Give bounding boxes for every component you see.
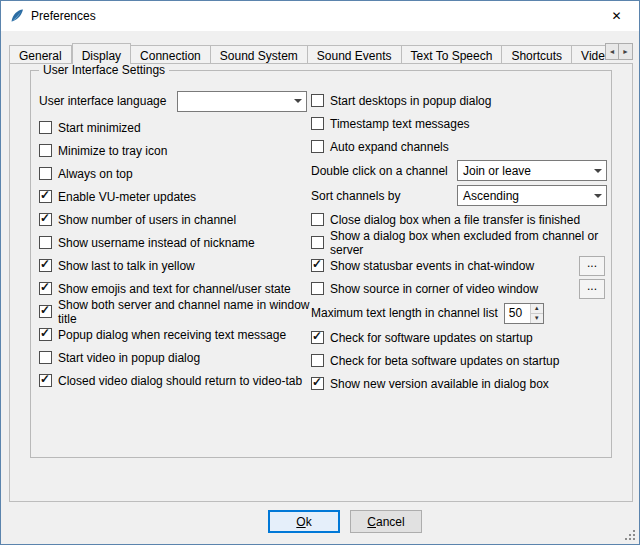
checkbox-username-instead-nickname[interactable]: ✓ Show username instead of nickname <box>39 231 311 254</box>
checkbox-label: Timestamp text messages <box>330 117 470 131</box>
checkbox-label: Show number of users in channel <box>58 213 236 227</box>
checkbox-box[interactable]: ✓ <box>311 236 324 249</box>
tab-video[interactable]: Video <box>572 45 609 64</box>
chevron-down-icon <box>589 165 606 177</box>
checkbox-box[interactable]: ✓ <box>311 259 324 272</box>
checkbox-box[interactable]: ✓ <box>39 328 52 341</box>
app-icon <box>9 8 25 24</box>
checkbox-timestamp-messages[interactable]: ✓ Timestamp text messages <box>311 112 607 135</box>
checkbox-box[interactable]: ✓ <box>311 377 324 390</box>
group-title: User Interface Settings <box>39 63 169 77</box>
check-icon: ✓ <box>40 212 50 225</box>
checkbox-desktops-popup[interactable]: ✓ Start desktops in popup dialog <box>311 89 607 112</box>
checkbox-box[interactable]: ✓ <box>39 144 52 157</box>
double-click-combobox[interactable]: Join or leave <box>457 160 607 181</box>
checkbox-box[interactable]: ✓ <box>39 374 52 387</box>
tab-display[interactable]: Display <box>72 43 131 64</box>
checkbox-closed-video-return-tab[interactable]: ✓ Closed video dialog should return to v… <box>39 369 311 392</box>
checkbox-statusbar-events[interactable]: ✓ Show statusbar events in chat-window .… <box>311 254 607 277</box>
checkbox-label: Close dialog box when a file transfer is… <box>330 213 580 227</box>
checkbox-label: Show new version available in dialog box <box>330 377 549 391</box>
checkbox-label: Start desktops in popup dialog <box>330 94 491 108</box>
checkbox-box[interactable]: ✓ <box>39 351 52 364</box>
checkbox-video-source-corner[interactable]: ✓ Show source in corner of video window … <box>311 277 607 300</box>
checkbox-label: Minimize to tray icon <box>58 144 167 158</box>
cancel-button[interactable]: Cancel <box>350 510 422 533</box>
tab-scroll-right-button[interactable]: ► <box>619 44 632 59</box>
language-combobox[interactable] <box>177 91 307 112</box>
checkbox-label: Show emojis and text for channel/user st… <box>58 282 291 296</box>
video-source-more-button[interactable]: ... <box>579 279 605 299</box>
tab-text-to-speech[interactable]: Text To Speech <box>402 45 503 64</box>
left-column: User interface language ✓ Start minimize… <box>39 89 311 395</box>
statusbar-events-more-button[interactable]: ... <box>579 256 605 276</box>
sort-channels-label: Sort channels by <box>311 189 457 203</box>
checkbox-label: Check for software updates on startup <box>330 331 533 345</box>
checkbox-show-user-count[interactable]: ✓ Show number of users in channel <box>39 208 311 231</box>
sort-channels-combobox-value: Ascending <box>458 189 589 203</box>
checkbox-box[interactable]: ✓ <box>311 117 324 130</box>
checkbox-box[interactable]: ✓ <box>39 282 52 295</box>
checkbox-box[interactable]: ✓ <box>39 213 52 226</box>
checkbox-label: Show last to talk in yellow <box>58 259 195 273</box>
language-label: User interface language <box>39 94 177 108</box>
checkbox-dialog-when-excluded[interactable]: ✓ Show a dialog box when excluded from c… <box>311 231 607 254</box>
tab-scroll-control: ◄ ► <box>605 43 633 60</box>
checkbox-minimize-to-tray[interactable]: ✓ Minimize to tray icon <box>39 139 311 162</box>
tab-connection[interactable]: Connection <box>131 45 211 64</box>
checkbox-box[interactable]: ✓ <box>39 121 52 134</box>
tab-sound-events[interactable]: Sound Events <box>308 45 402 64</box>
checkbox-check-beta-updates[interactable]: ✓ Check for beta software updates on sta… <box>311 349 607 372</box>
checkbox-new-version-dialog[interactable]: ✓ Show new version available in dialog b… <box>311 372 607 395</box>
checkbox-last-to-talk-yellow[interactable]: ✓ Show last to talk in yellow <box>39 254 311 277</box>
checkbox-label: Start minimized <box>58 121 141 135</box>
double-click-label: Double click on a channel <box>311 164 457 178</box>
tab-sound-system[interactable]: Sound System <box>211 45 308 64</box>
checkbox-box[interactable]: ✓ <box>311 140 324 153</box>
check-icon: ✓ <box>312 258 322 271</box>
checkbox-box[interactable]: ✓ <box>311 354 324 367</box>
tab-scroll-left-button[interactable]: ◄ <box>606 44 619 59</box>
check-icon: ✓ <box>40 258 50 271</box>
spin-up-icon[interactable]: ▲ <box>531 304 543 314</box>
check-icon: ✓ <box>40 189 50 202</box>
max-text-length-spinner[interactable]: 50 ▲ ▼ <box>504 303 544 324</box>
checkbox-box[interactable]: ✓ <box>311 282 324 295</box>
checkbox-vu-meter-updates[interactable]: ✓ Enable VU-meter updates <box>39 185 311 208</box>
titlebar[interactable]: Preferences ✕ <box>1 1 639 31</box>
spinner-buttons: ▲ ▼ <box>530 304 543 323</box>
resize-grip[interactable] <box>624 529 636 541</box>
tab-shortcuts[interactable]: Shortcuts <box>502 45 572 64</box>
right-column: ✓ Start desktops in popup dialog ✓ Times… <box>311 89 607 395</box>
max-text-length-label: Maximum text length in channel list <box>311 306 498 320</box>
checkbox-box[interactable]: ✓ <box>311 331 324 344</box>
checkbox-box[interactable]: ✓ <box>311 94 324 107</box>
checkbox-check-updates[interactable]: ✓ Check for software updates on startup <box>311 326 607 349</box>
tab-general[interactable]: General <box>9 45 72 64</box>
checkbox-popup-on-text-message[interactable]: ✓ Popup dialog when receiving text messa… <box>39 323 311 346</box>
group-user-interface-settings: User Interface Settings User interface l… <box>30 70 612 458</box>
double-click-combobox-value: Join or leave <box>458 164 589 178</box>
ok-button[interactable]: Ok <box>268 510 340 533</box>
checkbox-server-channel-in-title[interactable]: ✓ Show both server and channel name in w… <box>39 300 311 323</box>
checkbox-box[interactable]: ✓ <box>39 190 52 203</box>
preferences-window: Preferences ✕ General Display Connection… <box>0 0 640 545</box>
checkbox-box[interactable]: ✓ <box>39 259 52 272</box>
check-icon: ✓ <box>40 373 50 386</box>
check-icon: ✓ <box>40 281 50 294</box>
sort-channels-combobox[interactable]: Ascending <box>457 185 607 206</box>
checkbox-start-video-popup[interactable]: ✓ Start video in popup dialog <box>39 346 311 369</box>
max-text-length-value[interactable]: 50 <box>505 304 530 323</box>
checkbox-box[interactable]: ✓ <box>39 167 52 180</box>
checkbox-box[interactable]: ✓ <box>39 236 52 249</box>
chevron-down-icon <box>589 190 606 202</box>
close-button[interactable]: ✕ <box>594 1 639 31</box>
spin-down-icon[interactable]: ▼ <box>531 314 543 323</box>
checkbox-label: Show both server and channel name in win… <box>58 298 311 326</box>
checkbox-box[interactable]: ✓ <box>311 213 324 226</box>
checkbox-label: Show a dialog box when excluded from cha… <box>330 229 607 257</box>
checkbox-auto-expand-channels[interactable]: ✓ Auto expand channels <box>311 135 607 158</box>
checkbox-start-minimized[interactable]: ✓ Start minimized <box>39 116 311 139</box>
checkbox-box[interactable]: ✓ <box>39 305 52 318</box>
checkbox-always-on-top[interactable]: ✓ Always on top <box>39 162 311 185</box>
